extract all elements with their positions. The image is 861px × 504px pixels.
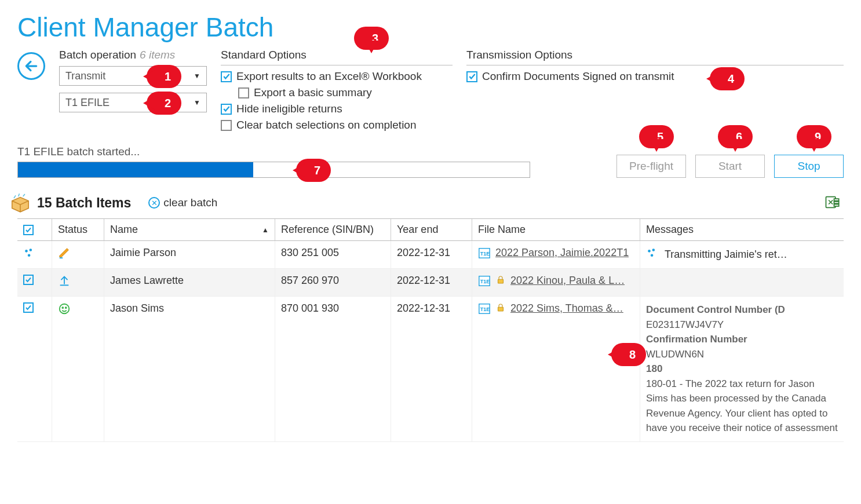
svg-point-21	[65, 307, 67, 308]
svg-point-11	[648, 250, 651, 253]
row-check[interactable]	[17, 241, 52, 269]
start-button[interactable]: Start 6	[695, 155, 765, 178]
svg-point-6	[30, 249, 32, 251]
batch-items-title: 15 Batch Items	[37, 195, 131, 211]
t1-file-icon: T1E	[478, 302, 491, 318]
clear-batch-link[interactable]: ✕ clear batch	[148, 196, 217, 209]
svg-rect-2	[834, 199, 839, 201]
col-check[interactable]	[17, 219, 52, 241]
batch-type-dropdown[interactable]: T1 EFILE ▼ 2	[59, 93, 207, 112]
transmission-options-label: Transmission Options	[466, 49, 572, 61]
col-status[interactable]: Status	[52, 219, 104, 241]
svg-text:T1E: T1E	[480, 306, 490, 312]
col-name[interactable]: Name ▲	[104, 219, 275, 241]
arrow-left-icon	[24, 59, 39, 74]
pencil-icon	[58, 247, 71, 260]
opt-hide-ineligible[interactable]: Hide ineligible returns	[221, 103, 453, 115]
opt-export-basic[interactable]: Export a basic summary	[238, 86, 453, 99]
lock-icon	[495, 275, 506, 288]
svg-point-12	[652, 249, 655, 251]
svg-text:T1E: T1E	[480, 251, 490, 257]
callout-4: 4	[710, 67, 745, 90]
stop-button[interactable]: Stop 9	[774, 155, 844, 178]
svg-rect-4	[834, 204, 839, 206]
opt-confirm-signed[interactable]: Confirm Documents Signed on transmit 4	[466, 70, 844, 83]
row-yearend: 2022-12-31	[391, 241, 472, 269]
callout-1: 1	[147, 65, 181, 88]
row-check[interactable]	[17, 297, 52, 442]
row-filename[interactable]: T1E 2022 Sims, Thomas &…	[472, 297, 640, 442]
opt-clear-on-complete[interactable]: Clear batch selections on completion	[221, 119, 453, 132]
progress-bar: 7	[17, 162, 530, 178]
callout-8: 8	[611, 343, 646, 366]
batch-operation-count: 6 items	[140, 49, 175, 61]
row-reference: 870 001 930	[275, 297, 391, 442]
svg-point-7	[28, 254, 31, 257]
row-status	[52, 241, 104, 269]
row-yearend: 2022-12-31	[391, 269, 472, 297]
checkbox-icon	[23, 225, 34, 235]
standard-options-label: Standard Options	[221, 49, 307, 61]
grid-header: Status Name ▲ Reference (SIN/BN) Year en…	[17, 219, 844, 241]
table-row[interactable]: Jason Sims 870 001 930 2022-12-31 T1E 20…	[17, 297, 844, 442]
row-name: James Lawrette	[104, 269, 275, 297]
col-yearend[interactable]: Year end	[391, 219, 472, 241]
opt-export-excel[interactable]: Export results to an Excel® Workbook	[221, 70, 453, 83]
close-circle-icon: ✕	[148, 197, 160, 209]
batch-operation-value: Transmit	[65, 70, 105, 82]
svg-rect-3	[834, 201, 839, 203]
progress-fill	[18, 162, 253, 177]
checkbox-icon	[221, 104, 232, 115]
checkbox-icon	[466, 71, 477, 82]
callout-7: 7	[296, 159, 331, 182]
row-filename[interactable]: T1E 2022 Parson, Jaimie.2022T1	[472, 241, 640, 269]
row-filename[interactable]: T1E 2022 Kinou, Paula & L…	[472, 269, 640, 297]
lock-icon	[495, 302, 506, 316]
batch-type-value: T1 EFILE	[65, 97, 110, 109]
row-yearend: 2022-12-31	[391, 297, 472, 442]
table-row[interactable]: James Lawrette 857 260 970 2022-12-31 T1…	[17, 269, 844, 297]
export-excel-icon[interactable]	[824, 194, 844, 212]
batch-operation-dropdown[interactable]: Transmit ▼ 1	[59, 66, 207, 86]
dots-processing-icon	[23, 247, 36, 262]
col-messages[interactable]: Messages	[640, 219, 844, 241]
col-reference[interactable]: Reference (SIN/BN)	[275, 219, 391, 241]
chevron-down-icon: ▼	[194, 72, 200, 80]
dots-processing-icon	[646, 247, 659, 262]
col-filename[interactable]: File Name	[472, 219, 640, 241]
callout-6: 6	[718, 125, 753, 148]
row-messages: Document Control Number (D E023117WJ4V7Y…	[640, 297, 844, 442]
callout-2: 2	[147, 92, 181, 115]
callout-9: 9	[797, 125, 831, 148]
checkbox-icon	[221, 71, 232, 82]
svg-rect-24	[498, 307, 504, 311]
svg-point-13	[651, 254, 654, 257]
upload-icon	[58, 275, 71, 287]
sort-asc-icon: ▲	[262, 226, 269, 234]
row-check[interactable]	[17, 269, 52, 297]
row-messages	[640, 269, 844, 297]
callout-5: 5	[639, 125, 674, 148]
progress-label: T1 EFILE batch started...	[17, 145, 530, 158]
t1-file-icon: T1E	[478, 247, 491, 262]
preflight-button[interactable]: Pre-flight 5	[616, 155, 686, 178]
back-button[interactable]	[17, 52, 45, 80]
row-status	[52, 269, 104, 297]
box-icon	[9, 192, 31, 214]
svg-point-20	[62, 307, 63, 308]
chevron-down-icon: ▼	[194, 98, 200, 107]
grid-body[interactable]: Jaimie Parson 830 251 005 2022-12-31 T1E…	[17, 241, 844, 442]
svg-point-5	[25, 250, 28, 253]
batch-operation-label: Batch operation	[59, 49, 136, 61]
row-reference: 830 251 005	[275, 241, 391, 269]
row-messages: Transmitting Jaimie's ret…	[640, 241, 844, 269]
svg-rect-18	[498, 279, 504, 283]
callout-3: 3	[354, 27, 389, 50]
row-reference: 857 260 970	[275, 269, 391, 297]
checkbox-icon	[23, 275, 34, 285]
checkbox-icon	[23, 302, 34, 313]
t1-file-icon: T1E	[478, 275, 491, 290]
page-title: Client Manager Batch	[17, 12, 844, 43]
smile-icon	[58, 302, 71, 315]
table-row[interactable]: Jaimie Parson 830 251 005 2022-12-31 T1E…	[17, 241, 844, 269]
